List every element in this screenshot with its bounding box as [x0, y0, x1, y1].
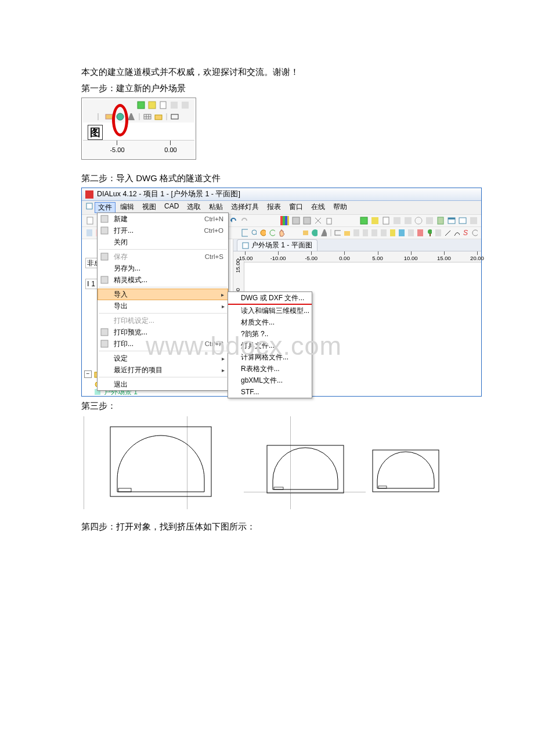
cube-green-icon [136, 100, 146, 110]
menu-item[interactable]: 导入 [98, 289, 228, 300]
submenu-item[interactable]: 计算网格文件... [228, 351, 312, 363]
menu-online[interactable]: 在线 [308, 202, 329, 213]
tunnel-profile-mid [265, 443, 352, 507]
gen-icon[interactable] [403, 216, 412, 225]
horizontal-ruler: -15.00-10.00-5.000.005.0010.0015.0020.00 [233, 251, 481, 262]
zoom-icon[interactable] [250, 228, 257, 237]
ruler-tick-label: 15.00 [437, 255, 451, 261]
grid-icon[interactable] [334, 228, 341, 237]
gen-icon[interactable] [352, 228, 359, 237]
menu-item[interactable]: 导出 [98, 300, 228, 312]
tree-collapse-icon[interactable]: − [84, 370, 92, 378]
svg-rect-39 [448, 218, 455, 219]
file-menu-dropdown[interactable]: 新建Ctrl+N打开...Ctrl+O关闭保存Ctrl+S另存为...精灵模式.… [97, 213, 229, 391]
gen-icon[interactable] [434, 228, 441, 237]
menu-select[interactable]: 选取 [183, 202, 204, 213]
cut-icon[interactable] [313, 216, 322, 225]
globe-icon[interactable] [311, 228, 317, 237]
submenu-item[interactable]: R表格文件... [228, 363, 312, 375]
gen-icon[interactable] [414, 216, 423, 225]
box-icon[interactable] [302, 228, 309, 237]
palette-icon[interactable] [280, 216, 289, 225]
folder-icon[interactable] [343, 228, 350, 237]
cube-green-icon[interactable] [359, 216, 368, 225]
gen-icon[interactable] [416, 228, 423, 237]
menu-help[interactable]: 帮助 [330, 202, 351, 213]
menu-item[interactable]: 打印...Ctrl+P [98, 338, 228, 350]
svg-rect-88 [118, 488, 131, 492]
undo-icon[interactable] [229, 216, 237, 225]
gen-icon[interactable] [425, 216, 434, 225]
menu-item[interactable]: 新建Ctrl+N [98, 213, 228, 225]
svg-marker-8 [128, 113, 135, 120]
menu-cad[interactable]: CAD [161, 202, 182, 213]
svg-rect-64 [363, 229, 369, 236]
menu-item[interactable]: 打印机设定... [98, 315, 228, 326]
menu-item[interactable]: 设定 [98, 352, 228, 364]
import-submenu[interactable]: DWG 或 DXF 文件...读入和编辑三维模型...材质文件...?韵第 ?.… [228, 291, 312, 398]
svg-point-58 [312, 229, 317, 236]
step3-text: 第三步： [81, 399, 499, 413]
redo-icon[interactable] [240, 216, 248, 225]
cube-icon[interactable] [291, 216, 300, 225]
gen-icon[interactable] [392, 216, 401, 225]
window-icon[interactable] [447, 216, 456, 225]
highlighted-outdoor-scene-button[interactable] [116, 112, 125, 121]
curve-icon[interactable] [453, 228, 460, 237]
new-scene-icon[interactable] [381, 216, 390, 225]
menu-item[interactable]: 关闭 [98, 236, 228, 248]
step2-text: 第二步：导入 DWG 格式的隧道文件 [81, 171, 499, 185]
hand-icon[interactable] [277, 228, 284, 237]
zoom-extents-icon[interactable] [241, 228, 248, 237]
submenu-item[interactable]: 灯具文件... [228, 340, 312, 351]
cube-icon[interactable] [302, 216, 311, 225]
submenu-item[interactable]: gbXML文件... [228, 375, 312, 386]
menu-window[interactable]: 窗口 [286, 202, 306, 213]
menu-item[interactable]: 打印预览... [98, 326, 228, 338]
pan-icon[interactable] [259, 228, 266, 237]
cube-yellow-icon[interactable] [370, 216, 379, 225]
menu-item[interactable]: 保存Ctrl+S [98, 251, 228, 262]
svg-rect-52 [242, 229, 248, 236]
gen-icon[interactable] [398, 228, 405, 237]
new-doc-icon [158, 100, 168, 110]
submenu-item[interactable]: 读入和编辑三维模型... [228, 305, 312, 316]
window-icon[interactable] [458, 216, 467, 225]
menu-luminaire[interactable]: 选择灯具 [228, 202, 262, 213]
line-icon[interactable] [443, 228, 450, 237]
gen-icon[interactable] [380, 228, 387, 237]
menu-item[interactable]: 退出 [98, 379, 228, 390]
svg-rect-72 [430, 233, 431, 236]
gen-icon[interactable] [389, 228, 396, 237]
gen-icon[interactable] [85, 228, 92, 237]
calc-icon[interactable] [436, 216, 445, 225]
menu-report[interactable]: 报表 [264, 202, 284, 213]
svg-rect-63 [353, 229, 359, 236]
menu-item[interactable]: 最近打开的项目 [98, 364, 228, 376]
submenu-item[interactable]: 材质文件... [228, 316, 312, 328]
submenu-item[interactable]: ?韵第 ?.. [228, 328, 312, 340]
svg-rect-68 [399, 229, 405, 236]
s-icon[interactable]: S [462, 228, 469, 237]
gen-icon[interactable] [370, 228, 377, 237]
tab-plan-view[interactable]: 户外场景 1 - 平面图 [237, 239, 317, 251]
menu-file[interactable]: 文件 [95, 202, 116, 213]
road-icon[interactable] [320, 228, 327, 237]
menu-item[interactable]: 打开...Ctrl+O [98, 225, 228, 236]
menu-item[interactable]: 精灵模式... [98, 274, 228, 286]
submenu-item[interactable]: DWG 或 DXF 文件... [228, 292, 312, 305]
menu-view[interactable]: 视图 [139, 202, 160, 213]
orbit-icon[interactable] [268, 228, 275, 237]
menu-paste[interactable]: 粘贴 [205, 202, 226, 213]
menu-edit[interactable]: 编辑 [117, 202, 138, 213]
submenu-item[interactable]: STF... [228, 386, 312, 398]
tree-icon[interactable] [425, 228, 432, 237]
doc-icon [242, 242, 249, 249]
new-icon[interactable] [85, 216, 94, 225]
gen-icon[interactable] [407, 228, 414, 237]
gen-icon[interactable] [362, 228, 369, 237]
gen-icon[interactable] [469, 216, 478, 225]
menu-item[interactable]: 另存为... [98, 262, 228, 274]
copy-icon[interactable] [324, 216, 333, 225]
gen-icon[interactable] [471, 228, 478, 237]
